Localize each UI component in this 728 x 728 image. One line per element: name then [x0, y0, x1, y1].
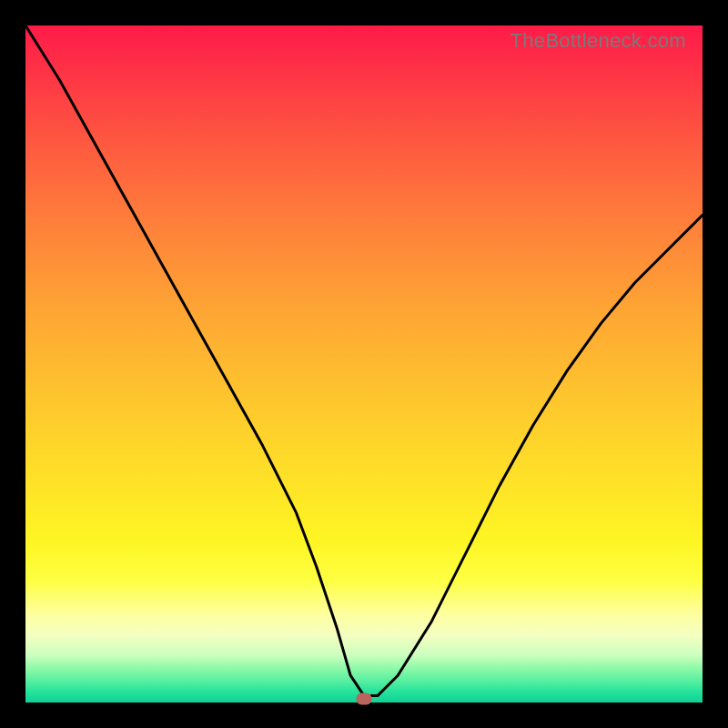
- plot-area: TheBottleneck.com: [25, 25, 703, 703]
- bottleneck-curve: [25, 25, 703, 703]
- bottleneck-marker: [357, 693, 372, 705]
- chart-frame: TheBottleneck.com: [0, 0, 728, 728]
